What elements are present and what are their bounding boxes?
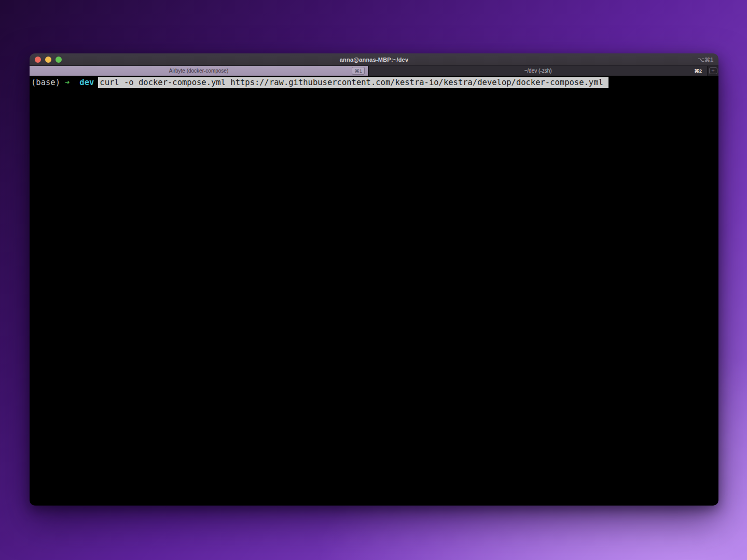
tab-label: Airbyte (docker-compose) <box>169 68 228 74</box>
minimize-button[interactable] <box>45 57 51 63</box>
terminal-window: anna@annas-MBP:~/dev ⌥⌘1 Airbyte (docker… <box>30 53 718 506</box>
conda-env-prefix: (base) <box>31 78 60 87</box>
plus-icon: + <box>709 67 717 74</box>
terminal-screen[interactable]: (base)➜devcurl -o docker-compose.yml htt… <box>30 76 718 506</box>
prompt-arrow: ➜ <box>65 78 70 87</box>
prompt-directory: dev <box>79 78 94 87</box>
prompt-line: (base)➜devcurl -o docker-compose.yml htt… <box>31 77 718 88</box>
zoom-button[interactable] <box>56 57 62 63</box>
close-button[interactable] <box>35 57 41 63</box>
window-shortcut-hint: ⌥⌘1 <box>698 53 713 66</box>
traffic-lights <box>30 57 62 63</box>
new-tab-button[interactable]: + <box>707 66 718 76</box>
window-title: anna@annas-MBP:~/dev <box>30 57 718 63</box>
highlighted-command: curl -o docker-compose.yml https://raw.g… <box>98 77 608 88</box>
title-bar[interactable]: anna@annas-MBP:~/dev ⌥⌘1 <box>30 53 718 66</box>
tab-dev-zsh[interactable]: ~/dev (-zsh) ⌘2 <box>368 66 707 76</box>
tab-shortcut-badge: ⌘2 <box>692 67 704 74</box>
tab-bar: Airbyte (docker-compose) ⌘1 ~/dev (-zsh)… <box>30 66 718 76</box>
tab-label: ~/dev (-zsh) <box>524 68 551 74</box>
tab-shortcut-badge: ⌘1 <box>352 67 365 75</box>
tab-airbyte-docker-compose[interactable]: Airbyte (docker-compose) ⌘1 <box>30 66 368 76</box>
